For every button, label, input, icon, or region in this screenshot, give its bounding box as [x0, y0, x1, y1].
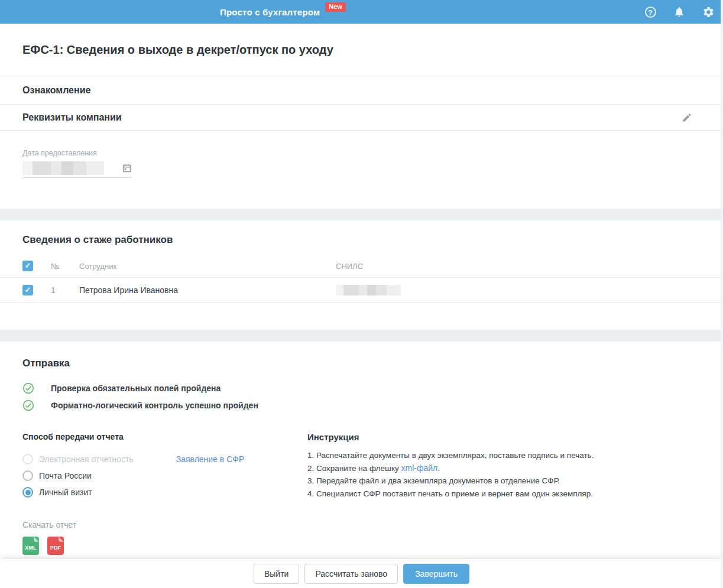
radio-electronic-label: Электронная отчетность [39, 454, 134, 464]
check-circle-icon [22, 382, 34, 394]
section-company-details-label: Реквизиты компании [22, 112, 122, 123]
help-icon[interactable]: ? [644, 5, 657, 18]
recalculate-button[interactable]: Рассчитать заново [304, 564, 398, 584]
report-card: ЕФС-1: Сведения о выходе в декрет/отпуск… [0, 24, 723, 209]
validation-status-text: Проверка обязательных полей пройдена [51, 384, 221, 393]
transfer-method-label: Способ передачи отчета [22, 432, 307, 441]
instruction-title: Инструкция [307, 432, 699, 442]
radio-electronic [22, 454, 33, 464]
table-header-row: ✓ № Сотрудник СНИЛС [0, 255, 723, 278]
check-circle-icon [22, 399, 34, 411]
section-company-details[interactable]: Реквизиты компании [0, 105, 723, 131]
app-header: Просто с бухгалтером New ? [0, 0, 723, 24]
cell-employee-name: Петрова Ирина Ивановна [79, 285, 336, 295]
table-row[interactable]: ✓ 1 Петрова Ирина Ивановна [0, 278, 723, 303]
employees-title: Сведения о стаже работников [0, 234, 723, 246]
date-input[interactable] [22, 161, 132, 178]
date-value-redacted [22, 161, 104, 175]
app-title-wrap: Просто с бухгалтером New [220, 0, 346, 24]
radio-personal-visit-label: Личный визит [39, 488, 92, 497]
scrollbar[interactable] [721, 0, 723, 588]
bell-icon[interactable] [673, 5, 686, 18]
instruction-step: 1. Распечатайте документы в двух экземпл… [307, 449, 699, 462]
employees-table: ✓ № Сотрудник СНИЛС ✓ 1 Петрова Ирина Ив… [0, 255, 723, 303]
validation-status-row: Проверка обязательных полей пройдена [0, 379, 723, 397]
employees-card: Сведения о стаже работников ✓ № Сотрудни… [0, 220, 723, 330]
radio-row-personal-visit[interactable]: Личный визит [22, 484, 307, 501]
instruction-step: 2. Сохраните на флешку xml-файл. [307, 462, 699, 475]
section-familiarization-label: Ознакомление [22, 85, 90, 96]
cell-snils-redacted [336, 285, 401, 295]
col-employee: Сотрудник [79, 262, 336, 271]
sending-title: Отправка [0, 358, 723, 369]
section-familiarization[interactable]: Ознакомление [0, 76, 723, 105]
sfr-application-link[interactable]: Заявление в СФР [176, 454, 245, 464]
radio-row-post[interactable]: Почта России [22, 467, 307, 484]
app-title: Просто с бухгалтером [220, 7, 320, 17]
instruction-step: 3. Передайте файл и два экземпляра докум… [307, 475, 699, 488]
calendar-icon[interactable] [122, 163, 132, 173]
new-badge: New [325, 2, 346, 12]
date-field-label: Дата предоставления [22, 149, 723, 157]
radio-post[interactable] [22, 470, 33, 481]
xml-file-link[interactable]: xml-файл [401, 463, 437, 473]
cell-num: 1 [51, 285, 79, 295]
select-all-checkbox[interactable]: ✓ [22, 261, 33, 271]
download-pdf-icon[interactable]: PDF [47, 537, 64, 555]
footer-toolbar: Выйти Рассчитать заново Завершить [0, 559, 723, 588]
col-num: № [51, 262, 79, 271]
download-report-label: Скачать отчет [0, 520, 723, 529]
col-snils: СНИЛС [336, 262, 723, 271]
page-title: ЕФС-1: Сведения о выходе в декрет/отпуск… [22, 43, 333, 57]
sending-card: Отправка Проверка обязательных полей про… [0, 342, 723, 559]
section-gap [0, 209, 723, 220]
edit-icon[interactable] [682, 112, 692, 123]
finish-button[interactable]: Завершить [403, 564, 469, 584]
format-check-status-row: Форматно-логический контроль успешно про… [0, 397, 723, 414]
gear-icon[interactable] [702, 5, 715, 18]
instruction-step: 4. Специалист СФР поставит печать о прие… [307, 488, 699, 501]
format-check-status-text: Форматно-логический контроль успешно про… [51, 401, 258, 410]
row-checkbox[interactable]: ✓ [22, 285, 33, 295]
download-xml-icon[interactable]: XML [22, 537, 39, 555]
radio-post-label: Почта России [39, 471, 92, 480]
section-gap [0, 330, 723, 342]
exit-button[interactable]: Выйти [254, 564, 299, 584]
radio-row-electronic: Электронная отчетность Заявление в СФР [22, 451, 307, 467]
radio-personal-visit[interactable] [22, 487, 33, 498]
